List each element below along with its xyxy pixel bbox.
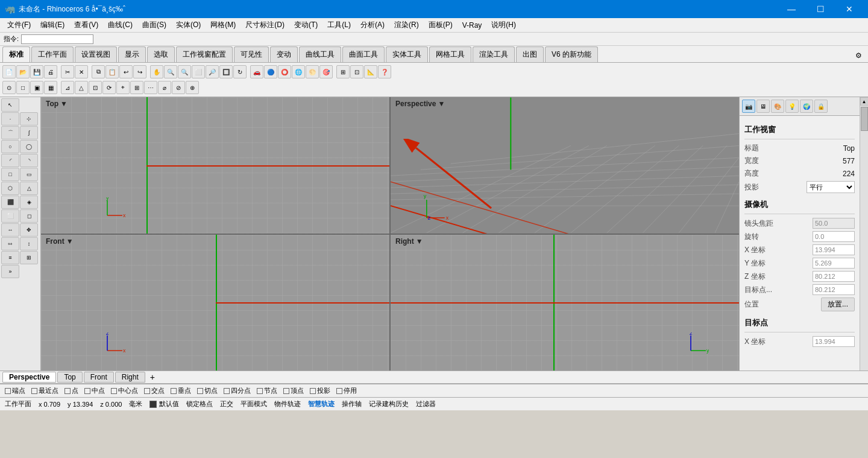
place-button[interactable]: 放置... (821, 297, 855, 311)
lt-surf1[interactable]: ⬛ (1, 196, 19, 209)
input-cam-z[interactable] (813, 271, 855, 282)
lt-circle1[interactable]: ○ (1, 140, 19, 153)
cb-point[interactable] (64, 388, 71, 394)
sb-endpoint[interactable]: 端点 (2, 386, 28, 395)
sb-knot[interactable]: 节点 (254, 386, 280, 395)
top-dropdown-arrow[interactable]: ▼ (60, 100, 68, 108)
cb-intersect[interactable] (144, 388, 150, 394)
tb-circle[interactable]: ⭕ (278, 65, 291, 78)
sb-disable[interactable]: 停用 (334, 386, 359, 395)
lt-select[interactable]: ↖ (1, 98, 19, 112)
tb-zoom-ext[interactable]: ⬜ (192, 65, 205, 78)
tab-3[interactable]: 显示 (118, 46, 146, 62)
tb2-7[interactable]: ⊡ (89, 81, 102, 94)
ib-gumball[interactable]: 操作轴 (342, 399, 362, 409)
tb-copy[interactable]: ⧉ (92, 65, 105, 78)
rp-light-icon[interactable]: 💡 (785, 100, 799, 113)
tab-0[interactable]: 标准 (2, 46, 30, 62)
tb-sphere1[interactable]: 🌐 (292, 65, 305, 78)
tb-undo[interactable]: ↩ (119, 65, 133, 78)
tab-2[interactable]: 设置视图 (75, 46, 117, 62)
tb-save[interactable]: 💾 (30, 65, 43, 78)
tb2-13[interactable]: ⊘ (172, 81, 185, 94)
viewport-front[interactable]: x z Front ▼ (41, 235, 389, 371)
tb-cut[interactable]: ✂ (61, 65, 74, 78)
settings-gear-icon[interactable]: ⚙ (852, 49, 866, 62)
tb-car[interactable]: 🚗 (250, 65, 263, 78)
sb-perp[interactable]: 垂点 (168, 386, 193, 395)
tb-open[interactable]: 📂 (16, 65, 30, 78)
tb-delete[interactable]: ✕ (75, 65, 88, 78)
sb-vertex[interactable]: 顶点 (281, 386, 306, 395)
lt-arc2[interactable]: ◝ (20, 154, 38, 167)
tb2-4[interactable]: ▦ (44, 81, 57, 94)
menu-item-网格(M)[interactable]: 网格(M) (206, 19, 241, 31)
tab-13[interactable]: 出图 (516, 46, 544, 62)
command-input[interactable] (21, 34, 93, 44)
menu-item-曲线(C)[interactable]: 曲线(C) (103, 19, 137, 31)
sb-intersect[interactable]: 交点 (142, 386, 167, 395)
ib-osnap[interactable]: 物件轨迹 (274, 399, 301, 409)
lt-dim2[interactable]: ↕ (20, 237, 38, 250)
menu-item-变动(T)[interactable]: 变动(T) (289, 19, 322, 31)
lt-rect1[interactable]: □ (1, 168, 19, 181)
scroll-thumb[interactable] (861, 107, 868, 131)
sb-tangent[interactable]: 切点 (195, 386, 220, 395)
tab-7[interactable]: 变动 (270, 46, 298, 62)
tb-zoom-win[interactable]: 🔲 (219, 65, 233, 78)
rp-safe-icon[interactable]: 🔒 (814, 100, 828, 113)
tab-6[interactable]: 可见性 (234, 46, 269, 62)
input-target-dist[interactable] (813, 284, 855, 295)
front-dropdown-arrow[interactable]: ▼ (66, 237, 74, 246)
rp-display-icon[interactable]: 🖥 (756, 100, 770, 113)
tb-zoom-in[interactable]: 🔍 (164, 65, 177, 78)
cb-vertex[interactable] (283, 388, 289, 394)
bottom-tab-front[interactable]: Front (84, 372, 114, 383)
tb2-6[interactable]: △ (75, 81, 88, 94)
rp-camera-icon[interactable]: 📷 (742, 100, 755, 113)
tb2-5[interactable]: ⊿ (61, 81, 74, 94)
viewport-top[interactable]: x y Top ▼ (41, 97, 389, 234)
tb2-9[interactable]: ⌖ (116, 81, 130, 94)
viewport-perspective[interactable]: x y z Perspective ▼ (391, 97, 739, 234)
menu-item-分析(A)[interactable]: 分析(A) (356, 19, 389, 31)
lt-point2[interactable]: ⊹ (20, 112, 38, 126)
lt-move1[interactable]: ↔ (1, 223, 19, 237)
lt-curve1[interactable]: ⌒ (1, 126, 19, 139)
bottom-tab-top[interactable]: Top (57, 372, 82, 383)
lt-surf2[interactable]: ◈ (20, 196, 38, 209)
lt-point[interactable]: · (1, 112, 19, 126)
tb-paste[interactable]: 📋 (105, 65, 119, 78)
bottom-tab-perspective[interactable]: Perspective (2, 372, 56, 383)
tb2-14[interactable]: ⊕ (186, 81, 199, 94)
scroll-up[interactable]: ▲ (860, 97, 869, 106)
lt-box1[interactable]: ⬜ (1, 209, 19, 223)
tb2-2[interactable]: □ (16, 81, 30, 94)
lt-circle2[interactable]: ◯ (20, 140, 38, 153)
menu-item-说明(H)[interactable]: 说明(H) (486, 19, 521, 31)
menu-item-实体(O)[interactable]: 实体(O) (171, 19, 206, 31)
rp-render-icon[interactable]: 🎨 (771, 100, 784, 113)
cb-project[interactable] (310, 388, 316, 394)
ib-smarttrack[interactable]: 智慧轨迹 (308, 399, 335, 409)
lt-layer1[interactable]: ≡ (1, 251, 19, 264)
sb-nearpoint[interactable]: 最近点 (29, 386, 61, 395)
tb-zoom-out[interactable]: 🔍 (178, 65, 191, 78)
tb2-8[interactable]: ⟳ (102, 81, 116, 94)
tb-zoom-sel[interactable]: 🔎 (206, 65, 219, 78)
menu-item-编辑(E)[interactable]: 编辑(E) (36, 19, 69, 31)
sb-midpoint[interactable]: 中点 (82, 386, 107, 395)
bottom-tab-right[interactable]: Right (115, 372, 145, 383)
tab-14[interactable]: V6 的新功能 (545, 46, 598, 62)
lt-rect2[interactable]: ▭ (20, 168, 38, 181)
cb-tangent[interactable] (197, 388, 203, 394)
tab-5[interactable]: 工作视窗配置 (176, 46, 233, 62)
tab-11[interactable]: 网格工具 (429, 46, 471, 62)
tb-new[interactable]: 📄 (2, 65, 16, 78)
menu-item-曲面(S)[interactable]: 曲面(S) (137, 19, 171, 31)
menu-item-尺寸标注(D)[interactable]: 尺寸标注(D) (241, 19, 289, 31)
input-rotation[interactable] (813, 231, 855, 242)
lt-more[interactable]: » (1, 265, 19, 278)
projection-select[interactable]: 平行 透视 (807, 181, 855, 193)
sb-point[interactable]: 点 (62, 386, 81, 395)
